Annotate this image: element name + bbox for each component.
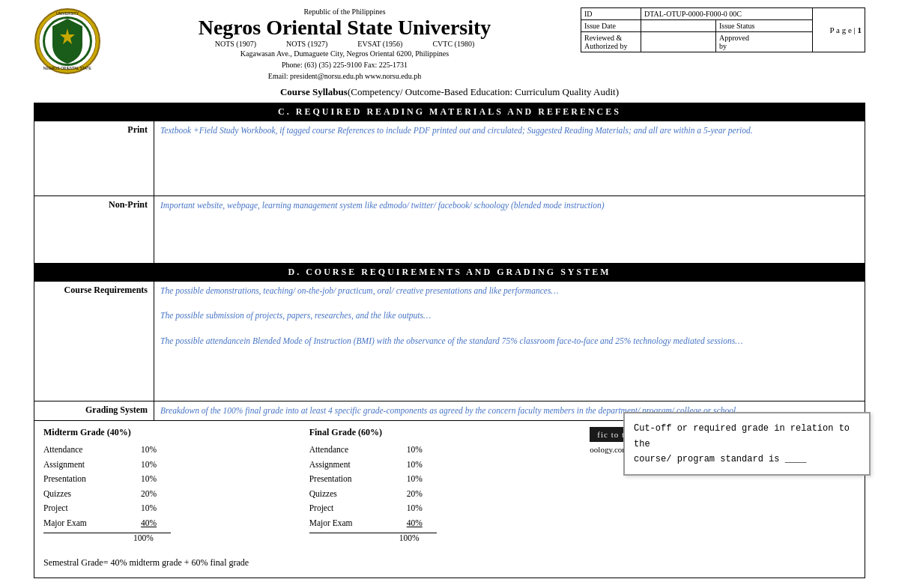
final-quizzes-pct: 20% <box>407 487 437 502</box>
acronyms: NOTS (1907) NOTS (1927) EVSAT (1956) CVT… <box>109 40 581 48</box>
final-quizzes-label: Quizzes <box>309 487 392 502</box>
final-quizzes: Quizzes 20% <box>309 487 575 502</box>
midterm-assignment-pct: 10% <box>141 458 171 473</box>
course-req-3: The possible attendancein Blended Mode o… <box>160 335 859 348</box>
midterm-project-label: Project <box>43 501 126 516</box>
print-label: Print <box>34 121 154 196</box>
issue-status-label: Issue Status <box>716 20 813 32</box>
semestral-formula-text: Semestral Grade= 40% midterm grade + 60%… <box>43 557 249 568</box>
non-print-content: Important website, webpage, learning man… <box>160 199 859 212</box>
acronym-2: NOTS (1927) <box>286 40 327 48</box>
section-d-header-row: D. COURSE REQUIREMENTS AND GRADING SYSTE… <box>34 264 865 282</box>
midterm-presentation: Presentation 10% <box>43 472 309 487</box>
semestral-formula: Semestral Grade= 40% midterm grade + 60%… <box>43 554 856 572</box>
final-major-exam: Major Exam 40% <box>309 516 575 531</box>
course-syllabus-bold: Course Syllabus <box>280 86 348 97</box>
republic-text: Republic of the Philippines <box>109 7 581 16</box>
final-project-pct: 10% <box>407 501 437 516</box>
svg-text:UNIVERSITY: UNIVERSITY <box>56 11 79 16</box>
course-req-1: The possible demonstrations, teaching/ o… <box>160 285 859 297</box>
course-syllabus-subtitle: (Competency/ Outcome-Based Education: Cu… <box>348 86 619 97</box>
final-attendance: Attendance 10% <box>309 443 575 458</box>
grading-breakdown-cell: Midterm Grade (40%) Attendance 10% Assig… <box>34 421 865 578</box>
header-center: Republic of the Philippines Negros Orien… <box>109 7 581 82</box>
midterm-attendance-label: Attendance <box>43 443 126 458</box>
midterm-presentation-pct: 10% <box>141 472 171 487</box>
final-title: Final Grade (60%) <box>309 427 575 438</box>
university-name: Negros Oriental State University <box>109 16 581 40</box>
final-major-exam-pct: 40% <box>407 516 437 531</box>
page-header: NEGROS ORIENTAL STATE UNIVERSITY Republi… <box>34 7 865 82</box>
address-line2: Phone: (63) (35) 225-9100 Fax: 225-1731 <box>109 59 581 70</box>
course-req-label: Course Requirements <box>34 282 154 401</box>
midterm-total: 100% <box>43 533 171 542</box>
tooltip-line1: Cut-off or required grade in relation to… <box>634 423 850 449</box>
section-c-header-row: C. REQUIRED READING MATERIALS AND REFERE… <box>34 103 865 121</box>
midterm-attendance: Attendance 10% <box>43 443 309 458</box>
midterm-grade-col: Midterm Grade (40%) Attendance 10% Assig… <box>43 427 309 542</box>
acronym-3: EVSAT (1956) <box>357 40 402 48</box>
grading-breakdown-row: Midterm Grade (40%) Attendance 10% Assig… <box>34 421 865 578</box>
midterm-assignment-label: Assignment <box>43 458 126 473</box>
acronym-4: CVTC (1980) <box>432 40 474 48</box>
final-attendance-pct: 10% <box>407 443 437 458</box>
final-assignment-label: Assignment <box>309 458 392 473</box>
midterm-presentation-label: Presentation <box>43 472 126 487</box>
final-assignment: Assignment 10% <box>309 458 575 473</box>
tooltip-box: Cut-off or required grade in relation to… <box>623 412 871 476</box>
svg-text:NEGROS ORIENTAL STATE: NEGROS ORIENTAL STATE <box>43 66 92 70</box>
grading-label: Grading System <box>34 401 154 421</box>
approved-label: Approvedby <box>716 32 813 52</box>
final-major-exam-label: Major Exam <box>309 516 392 531</box>
final-presentation: Presentation 10% <box>309 472 575 487</box>
reviewed-label: Reviewed &Authorized by <box>581 32 641 52</box>
midterm-quizzes-label: Quizzes <box>43 487 126 502</box>
non-print-content-cell: Important website, webpage, learning man… <box>154 196 865 264</box>
course-req-content-cell: The possible demonstrations, teaching/ o… <box>154 282 865 401</box>
course-syllabus-title: Course Syllabus(Competency/ Outcome-Base… <box>34 86 865 98</box>
page-label: P a g e <box>830 25 852 34</box>
reviewed-value <box>641 32 716 52</box>
grading-columns: Midterm Grade (40%) Attendance 10% Assig… <box>43 427 856 542</box>
section-c-header: C. REQUIRED READING MATERIALS AND REFERE… <box>34 103 865 121</box>
page-cell: P a g e | 1 <box>813 8 865 52</box>
final-presentation-pct: 10% <box>407 472 437 487</box>
print-content-cell: Textbook +Field Study Workbook, if tagge… <box>154 121 865 196</box>
section-d-header: D. COURSE REQUIREMENTS AND GRADING SYSTE… <box>34 264 865 282</box>
course-req-row: Course Requirements The possible demonst… <box>34 282 865 401</box>
tooltip-line2: course/ program standard is ____ <box>634 454 806 464</box>
midterm-title: Midterm Grade (40%) <box>43 427 309 438</box>
final-presentation-label: Presentation <box>309 472 392 487</box>
final-assignment-pct: 10% <box>407 458 437 473</box>
issue-date-label: Issue Date <box>581 20 641 32</box>
midterm-quizzes-pct: 20% <box>141 487 171 502</box>
final-project-label: Project <box>309 501 392 516</box>
page-number: 1 <box>858 25 862 34</box>
midterm-project-pct: 10% <box>141 501 171 516</box>
dark-bar-area: fic to the Course oology.com. Enrollment… <box>590 427 856 542</box>
print-content: Textbook +Field Study Workbook, if tagge… <box>160 124 859 137</box>
midterm-major-exam-pct: 40% <box>141 516 171 531</box>
midterm-assignment: Assignment 10% <box>43 458 309 473</box>
id-label: ID <box>581 8 641 20</box>
non-print-label: Non-Print <box>34 196 154 264</box>
header-info-table: ID DTAL-OTUP-0000-F000-0 00C P a g e | 1… <box>581 7 865 52</box>
id-value: DTAL-OTUP-0000-F000-0 00C <box>641 8 813 20</box>
midterm-attendance-pct: 10% <box>141 443 171 458</box>
non-print-row: Non-Print Important website, webpage, le… <box>34 196 865 264</box>
midterm-project: Project 10% <box>43 501 309 516</box>
course-req-2: The possible submission of projects, pap… <box>160 309 859 322</box>
acronym-1: NOTS (1907) <box>215 40 256 48</box>
final-project: Project 10% <box>309 501 575 516</box>
issue-date-value <box>641 20 716 32</box>
final-attendance-label: Attendance <box>309 443 392 458</box>
final-grade-col: Final Grade (60%) Attendance 10% Assignm… <box>309 427 575 542</box>
midterm-quizzes: Quizzes 20% <box>43 487 309 502</box>
print-row: Print Textbook +Field Study Workbook, if… <box>34 121 865 196</box>
university-logo: NEGROS ORIENTAL STATE UNIVERSITY <box>34 7 101 75</box>
address-line3: Email: president@norsu.edu.ph www.norsu.… <box>109 70 581 82</box>
midterm-major-exam: Major Exam 40% <box>43 516 309 531</box>
address-line1: Kagawasan Ave., Dumaguete City, Negros O… <box>109 48 581 59</box>
final-total: 100% <box>309 533 437 542</box>
main-content-table: C. REQUIRED READING MATERIALS AND REFERE… <box>34 103 865 578</box>
